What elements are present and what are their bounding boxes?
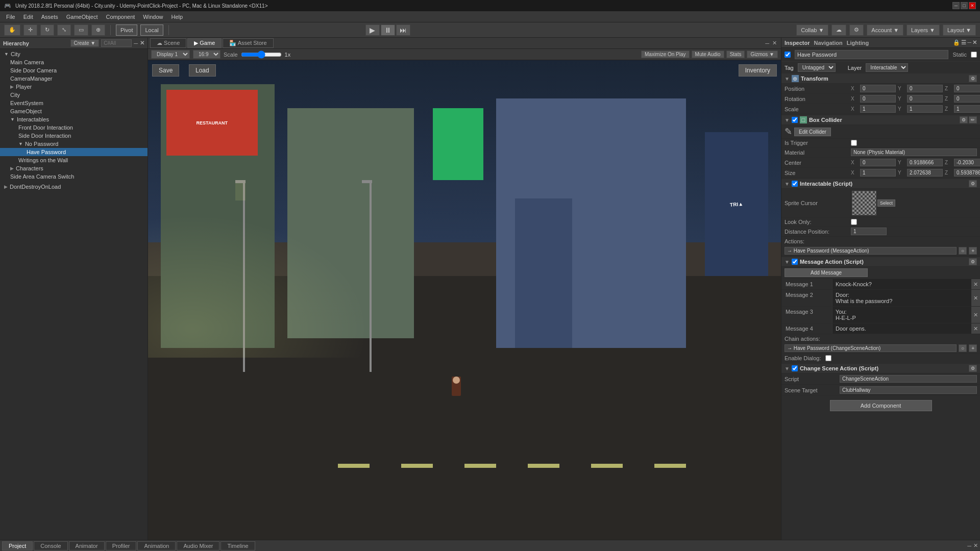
save-button[interactable]: Save bbox=[152, 64, 179, 77]
hierarchy-close[interactable]: ✕ bbox=[140, 40, 144, 46]
change-scene-section[interactable]: ▼ Change Scene Action (Script) ⚙ bbox=[781, 364, 980, 373]
interactable-enabled[interactable] bbox=[792, 181, 798, 187]
account-dropdown[interactable]: Account ▼ bbox=[867, 24, 903, 36]
rot-z-field[interactable] bbox=[954, 95, 980, 103]
ratio-select[interactable]: 16:9 bbox=[193, 50, 220, 59]
hierarchy-create-button[interactable]: Create ▼ bbox=[70, 39, 100, 47]
size-y[interactable] bbox=[907, 169, 943, 177]
step-button[interactable]: ⏭ bbox=[396, 24, 410, 36]
move-tool[interactable]: ✛ bbox=[23, 24, 37, 36]
center-x[interactable] bbox=[860, 159, 896, 166]
play-button[interactable]: ▶ bbox=[365, 24, 380, 36]
transform-options[interactable]: ⚙ bbox=[969, 75, 977, 82]
hier-city-root[interactable]: ▼ City bbox=[0, 50, 148, 58]
message-action-section[interactable]: ▼ Message Action (Script) ⚙ bbox=[781, 257, 980, 267]
hier-gameobject[interactable]: GameObject bbox=[0, 107, 148, 115]
navigation-tab[interactable]: Navigation bbox=[814, 40, 843, 46]
tab-timeline[interactable]: Timeline bbox=[220, 541, 255, 550]
close-scene[interactable]: ✕ bbox=[772, 40, 777, 46]
rot-x-field[interactable] bbox=[860, 95, 896, 103]
inventory-button[interactable]: Inventory bbox=[739, 64, 777, 77]
hier-characters[interactable]: ▶ Characters bbox=[0, 164, 148, 172]
menu-gameobject[interactable]: GameObject bbox=[62, 13, 102, 21]
hier-side-door-camera[interactable]: Side Door Camera bbox=[0, 66, 148, 74]
rotate-tool[interactable]: ↻ bbox=[40, 24, 54, 36]
tab-animator[interactable]: Animator bbox=[69, 541, 105, 550]
hier-city[interactable]: City bbox=[0, 91, 148, 99]
menu-edit[interactable]: Edit bbox=[19, 13, 37, 21]
display-select[interactable]: Display 1 bbox=[151, 50, 190, 59]
inspector-lock[interactable]: 🔒 bbox=[953, 39, 960, 46]
lighting-tab[interactable]: Lighting bbox=[847, 40, 869, 46]
is-trigger-checkbox[interactable] bbox=[851, 140, 857, 146]
box-collider-edit[interactable]: ✏ bbox=[969, 116, 977, 123]
gizmos-button[interactable]: Gizmos ▼ bbox=[747, 51, 778, 58]
inspector-close[interactable]: ✕ bbox=[972, 39, 977, 46]
box-collider-options[interactable]: ⚙ bbox=[960, 116, 968, 123]
hierarchy-minimize[interactable]: ─ bbox=[134, 40, 138, 46]
pos-y-field[interactable] bbox=[907, 85, 943, 92]
pause-button[interactable]: ⏸ bbox=[381, 24, 395, 36]
inspector-menu[interactable]: ☰ bbox=[961, 39, 966, 46]
menu-file[interactable]: File bbox=[2, 13, 19, 21]
select-sprite-button[interactable]: Select bbox=[877, 199, 895, 207]
center-y[interactable] bbox=[907, 159, 943, 166]
cloud-button[interactable]: ☁ bbox=[831, 24, 846, 36]
center-z[interactable] bbox=[954, 159, 980, 166]
maximize-on-play[interactable]: Maximize On Play bbox=[641, 51, 690, 58]
layers-dropdown[interactable]: Layers ▼ bbox=[906, 24, 940, 36]
message-4-remove[interactable]: ✕ bbox=[971, 323, 980, 334]
tab-audio-mixer[interactable]: Audio Mixer bbox=[177, 541, 219, 550]
actions-add[interactable]: + bbox=[969, 247, 977, 255]
menu-component[interactable]: Component bbox=[102, 13, 139, 21]
pivot-button[interactable]: Pivot bbox=[116, 24, 137, 36]
tab-game[interactable]: ▶ Game bbox=[187, 38, 222, 48]
hier-front-door[interactable]: Front Door Interaction bbox=[0, 123, 148, 132]
collab-dropdown[interactable]: Collab ▼ bbox=[796, 24, 828, 36]
actions-remove[interactable]: ○ bbox=[959, 247, 967, 255]
local-button[interactable]: Local bbox=[140, 24, 163, 36]
edit-collider-button[interactable]: Edit Collider bbox=[794, 128, 831, 136]
hierarchy-search[interactable] bbox=[101, 39, 132, 47]
layer-select[interactable]: Interactable bbox=[866, 63, 908, 72]
inspector-minimize[interactable]: ─ bbox=[967, 39, 971, 46]
hier-main-camera[interactable]: Main Camera bbox=[0, 58, 148, 66]
hier-interactables[interactable]: ▼ Interactables bbox=[0, 115, 148, 123]
tab-profiler[interactable]: Profiler bbox=[106, 541, 137, 550]
interactable-options[interactable]: ⚙ bbox=[969, 180, 977, 187]
game-view[interactable]: RESTAURANT bbox=[148, 60, 781, 540]
change-scene-options[interactable]: ⚙ bbox=[969, 365, 977, 372]
bottom-minimize[interactable]: ─ bbox=[967, 543, 971, 549]
menu-assets[interactable]: Assets bbox=[37, 13, 62, 21]
hier-eventsystem[interactable]: EventSystem bbox=[0, 99, 148, 107]
hier-have-password[interactable]: Have Password bbox=[0, 148, 148, 156]
message-2-remove[interactable]: ✕ bbox=[971, 290, 980, 306]
tab-scene[interactable]: ☁ Scene bbox=[150, 38, 186, 48]
object-active-checkbox[interactable] bbox=[785, 52, 791, 58]
box-collider-section[interactable]: ▼ □ Box Collider ⚙ ✏ bbox=[781, 115, 980, 125]
tab-asset-store[interactable]: 🏪 Asset Store bbox=[223, 38, 273, 48]
mute-audio[interactable]: Mute Audio bbox=[692, 51, 724, 58]
tag-select[interactable]: Untagged bbox=[798, 63, 836, 72]
tab-project[interactable]: Project bbox=[2, 541, 33, 550]
actions-field[interactable] bbox=[785, 247, 957, 255]
scale-tool[interactable]: ⤡ bbox=[57, 24, 71, 36]
tab-animation[interactable]: Animation bbox=[137, 541, 176, 550]
maximize-button[interactable]: □ bbox=[961, 2, 968, 9]
hier-camera-manager[interactable]: CameraManager bbox=[0, 74, 148, 83]
rect-tool[interactable]: ▭ bbox=[74, 24, 88, 36]
stats-button[interactable]: Stats bbox=[726, 51, 745, 58]
message-1-remove[interactable]: ✕ bbox=[971, 279, 980, 289]
scale-y-field[interactable] bbox=[907, 105, 943, 113]
settings-button[interactable]: ⚙ bbox=[849, 24, 864, 36]
scene-target-field[interactable] bbox=[840, 386, 977, 394]
static-checkbox[interactable] bbox=[971, 52, 977, 58]
close-button[interactable]: ✕ bbox=[969, 2, 976, 9]
interactable-script-section[interactable]: ▼ Interactable (Script) ⚙ bbox=[781, 179, 980, 189]
hier-writings[interactable]: Writings on the Wall bbox=[0, 156, 148, 164]
scale-slider[interactable] bbox=[241, 51, 282, 59]
message-options[interactable]: ⚙ bbox=[969, 258, 977, 265]
layout-dropdown[interactable]: Layout ▼ bbox=[943, 24, 976, 36]
transform-section[interactable]: ▼ ⊕ Transform ⚙ bbox=[781, 74, 980, 84]
menu-window[interactable]: Window bbox=[139, 13, 167, 21]
